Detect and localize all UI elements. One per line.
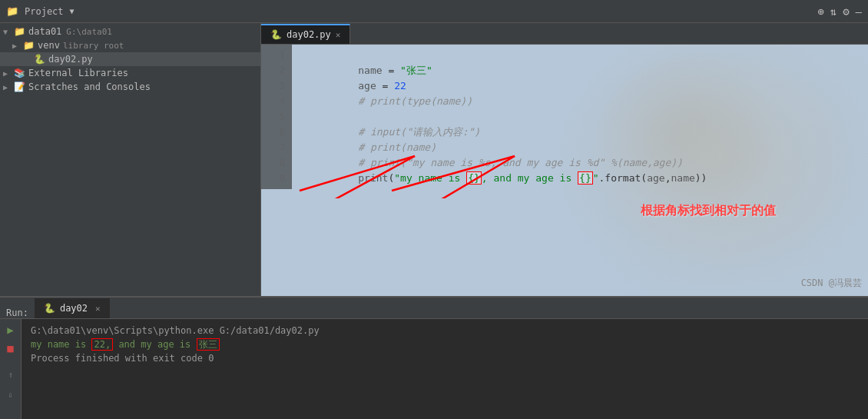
line-num-6: 6 — [261, 125, 291, 140]
tab-close-icon[interactable]: ✕ — [336, 30, 341, 40]
line-num-4: 4 — [261, 94, 291, 109]
run-output: G:\data01\venv\Scripts\python.exe G:/dat… — [22, 319, 868, 419]
add-icon[interactable]: ⊕ — [817, 5, 823, 18]
tab-label: day02.py — [287, 29, 331, 40]
settings-icon[interactable]: ⚙ — [843, 5, 849, 18]
run-stop-button[interactable]: ■ — [3, 341, 18, 356]
path-data01: G:\data01 — [66, 27, 112, 37]
toolbar-title: Project — [25, 6, 64, 17]
lib-icon: 📚 — [14, 68, 25, 78]
sidebar: ▼ 📁 data01 G:\data01 ▶ 📁 venv library ro… — [0, 23, 261, 296]
toolbar: 📁 Project ▼ ⊕ ⇅ ⚙ — — [0, 0, 868, 23]
code-editor[interactable]: 1 2 3 4 5 6 7 8 9 name = "张三" age = 22 — [261, 45, 868, 296]
toolbar-arrow: ▼ — [70, 7, 75, 15]
run-content: ▶ ■ ⇩ ⇩ G:\data01\venv\Scripts\python.ex… — [0, 319, 868, 419]
and-text-2: and — [493, 172, 511, 184]
run-tab-label: day02 — [60, 303, 88, 314]
label-day02: day02.py — [48, 54, 93, 65]
and-text-1: and — [502, 157, 520, 168]
arrow-venv: ▶ — [12, 42, 22, 50]
minimize-icon[interactable]: — — [856, 5, 862, 18]
tree-item-day02[interactable]: 🐍 day02.py — [0, 52, 260, 66]
label-scratches: Scratches and Consoles — [28, 81, 151, 92]
tab-day02[interactable]: 🐍 day02.py ✕ — [261, 24, 350, 44]
output-value-22: 22, — [91, 338, 113, 351]
run-label: Run: — [6, 308, 28, 318]
editor-area: 🐍 day02.py ✕ 1 2 3 4 5 6 7 8 9 — [261, 23, 868, 296]
run-sidebar: ▶ ■ ⇩ ⇩ — [0, 319, 22, 419]
run-tab-day02[interactable]: 🐍 day02 ✕ — [35, 298, 110, 318]
scratch-icon: 📝 — [14, 81, 25, 92]
code-line-5: # input("请输入内容:") — [298, 109, 862, 125]
command-line: G:\data01\venv\Scripts\python.exe G:/dat… — [31, 324, 859, 338]
run-wrap-button[interactable]: ⇩ — [3, 387, 18, 402]
run-scroll-button[interactable]: ⇩ — [3, 368, 18, 384]
code-line-1: name = "张三" — [298, 48, 862, 63]
label-ext-libs: External Libraries — [28, 68, 128, 78]
tree-item-scratches[interactable]: ▶ 📝 Scratches and Consoles — [0, 80, 260, 94]
label-data01: data01 — [28, 26, 61, 37]
placeholder-2: {} — [578, 171, 593, 185]
sidebar-content: ▼ 📁 data01 G:\data01 ▶ 📁 venv library ro… — [0, 23, 260, 296]
library-root-label: library root — [63, 41, 124, 51]
run-play-button[interactable]: ▶ — [3, 322, 18, 338]
code-content[interactable]: name = "张三" age = 22 # print(type(name))… — [292, 45, 868, 296]
run-tab-icon: 🐍 — [44, 303, 55, 314]
tree-item-venv[interactable]: ▶ 📁 venv library root — [0, 38, 260, 52]
run-tab-close[interactable]: ✕ — [95, 304, 101, 314]
toolbar-icons: ⊕ ⇅ ⚙ — — [817, 5, 862, 18]
tree-item-ext-libs[interactable]: ▶ 📚 External Libraries — [0, 66, 260, 80]
csdn-watermark: CSDN @冯晨芸 — [801, 277, 862, 290]
placeholder-1: {} — [466, 171, 482, 185]
line-num-2: 2 — [261, 63, 291, 78]
project-folder-icon: 📁 — [6, 5, 18, 17]
tree-item-data01[interactable]: ▼ 📁 data01 G:\data01 — [0, 25, 260, 38]
output-main-line: my name is 22, and my age is 张三 — [31, 338, 859, 351]
file-icon-day02: 🐍 — [34, 54, 45, 65]
line-num-1: 1 — [261, 48, 291, 63]
tab-file-icon: 🐍 — [270, 29, 282, 40]
arrow-scratches: ▶ — [3, 83, 12, 91]
arrow-ext-libs: ▶ — [3, 69, 12, 78]
process-line: Process finished with exit code 0 — [31, 351, 859, 365]
line-numbers: 1 2 3 4 5 6 7 8 9 — [261, 45, 292, 189]
output-value-name: 张三 — [197, 338, 220, 351]
line-num-3: 3 — [261, 78, 291, 94]
arrow-data01: ▼ — [3, 28, 12, 36]
main-area: ▼ 📁 data01 G:\data01 ▶ 📁 venv library ro… — [0, 23, 868, 296]
line-num-5: 5 — [261, 109, 291, 125]
line-num-8: 8 — [261, 155, 291, 171]
run-tabs: Run: 🐍 day02 ✕ — [0, 298, 868, 319]
folder-icon-venv: 📁 — [23, 40, 35, 51]
sort-icon[interactable]: ⇅ — [830, 5, 837, 18]
editor-tabs: 🐍 day02.py ✕ — [261, 23, 868, 45]
annotation-text: 根据角标找到相对于的值 — [641, 203, 776, 219]
output-prefix: my name is — [31, 339, 91, 350]
process-text: Process finished with exit code 0 — [31, 353, 214, 364]
folder-icon-data01: 📁 — [14, 26, 25, 37]
line-num-7: 7 — [261, 140, 291, 155]
command-text: G:\data01\venv\Scripts\python.exe G:/dat… — [31, 325, 320, 336]
label-venv: venv — [38, 40, 60, 51]
bottom-panel: Run: 🐍 day02 ✕ ▶ ■ ⇩ ⇩ G:\data01\venv\Sc… — [0, 296, 868, 419]
output-mid: and my age is — [113, 339, 196, 350]
line-num-9: 9 — [261, 171, 291, 186]
